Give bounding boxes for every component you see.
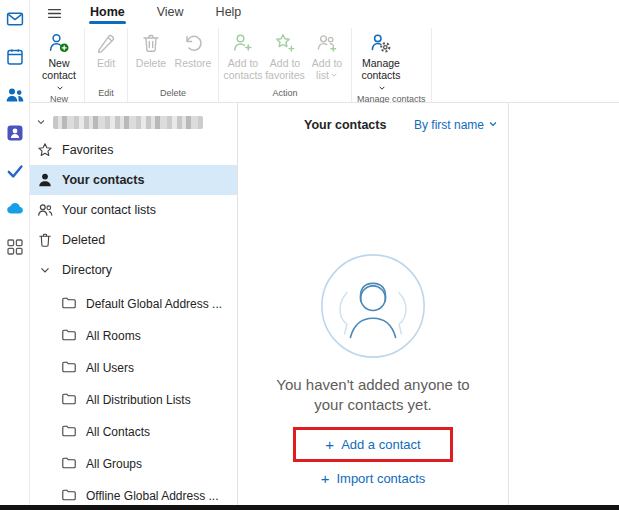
list-header: Your contacts By first name bbox=[238, 103, 508, 139]
hamburger-menu-button[interactable] bbox=[40, 2, 68, 24]
folder-item-all-contacts[interactable]: All Contacts bbox=[30, 416, 237, 448]
add-to-list-icon bbox=[316, 32, 338, 54]
folder-label: All Groups bbox=[86, 457, 142, 471]
new-contact-button[interactable]: New contact bbox=[37, 28, 81, 94]
restore-icon bbox=[182, 32, 204, 54]
menu-bar: Home View Help bbox=[30, 0, 619, 26]
empty-message-line2: your contacts yet. bbox=[276, 395, 469, 415]
cloud-icon bbox=[5, 199, 25, 219]
reading-pane bbox=[509, 103, 619, 510]
chevron-down-icon bbox=[488, 118, 498, 132]
folder-label: All Contacts bbox=[86, 425, 150, 439]
sidebar-item-label: Favorites bbox=[62, 143, 113, 157]
restore-button[interactable]: Restore bbox=[171, 28, 215, 69]
pencil-icon bbox=[95, 32, 117, 54]
outlook-people-window: Home View Help New contact New bbox=[0, 0, 619, 510]
folder-icon bbox=[61, 359, 77, 378]
star-icon bbox=[37, 142, 53, 158]
people-glyph-icon bbox=[5, 85, 25, 105]
sidebar-item-your-contact-lists[interactable]: Your contact lists bbox=[30, 195, 237, 225]
add-to-contacts-label: Add to contacts bbox=[223, 57, 262, 81]
sort-label: By first name bbox=[414, 118, 484, 132]
app-rail bbox=[0, 0, 30, 510]
folder-label: All Rooms bbox=[86, 329, 141, 343]
folder-item-all-rooms[interactable]: All Rooms bbox=[30, 320, 237, 352]
onedrive-icon[interactable] bbox=[4, 198, 26, 220]
sidebar-item-label: Directory bbox=[62, 263, 112, 277]
plus-icon: + bbox=[325, 437, 334, 452]
add-to-contacts-button[interactable]: Add to contacts bbox=[222, 28, 264, 82]
sidebar-item-directory[interactable]: Directory bbox=[30, 255, 237, 285]
folder-item-all-groups[interactable]: All Groups bbox=[30, 448, 237, 480]
people-icon[interactable] bbox=[4, 84, 26, 106]
sidebar-item-favorites[interactable]: Favorites bbox=[30, 135, 237, 165]
folder-label: All Distribution Lists bbox=[86, 393, 191, 407]
hamburger-icon bbox=[46, 5, 63, 22]
folder-label: Offline Global Address ... bbox=[86, 489, 219, 503]
tab-help-label: Help bbox=[216, 5, 242, 19]
account-expander[interactable] bbox=[30, 109, 237, 135]
sort-dropdown[interactable]: By first name bbox=[414, 116, 498, 134]
delete-label: Delete bbox=[136, 57, 166, 69]
more-apps-icon[interactable] bbox=[4, 236, 26, 258]
groups-icon[interactable] bbox=[4, 122, 26, 144]
folder-item-all-users[interactable]: All Users bbox=[30, 352, 237, 384]
folder-label: All Users bbox=[86, 361, 134, 375]
folder-item-default-gal[interactable]: Default Global Address ... bbox=[30, 288, 237, 320]
folder-icon bbox=[61, 327, 77, 346]
main-column: Home View Help New contact New bbox=[30, 0, 619, 510]
manage-contacts-button[interactable]: Manage contacts bbox=[355, 28, 407, 94]
add-to-favorites-icon bbox=[274, 32, 296, 54]
folder-item-all-distribution-lists[interactable]: All Distribution Lists bbox=[30, 384, 237, 416]
calendar-icon[interactable] bbox=[4, 46, 26, 68]
sidebar-item-label: Your contacts bbox=[62, 173, 144, 187]
checkmark-icon bbox=[5, 161, 25, 181]
outlook-mail-icon[interactable] bbox=[4, 8, 26, 30]
person-icon bbox=[37, 172, 53, 188]
sidebar-item-your-contacts[interactable]: Your contacts bbox=[30, 165, 237, 195]
ribbon-group-delete: Delete Restore Delete bbox=[128, 28, 219, 102]
tab-home-label: Home bbox=[90, 5, 125, 19]
todo-icon[interactable] bbox=[4, 160, 26, 182]
ribbon-group-edit: Edit Edit bbox=[85, 28, 128, 102]
chevron-down-icon bbox=[36, 115, 46, 130]
ribbon-group-label-delete: Delete bbox=[131, 88, 215, 102]
tab-help[interactable]: Help bbox=[200, 2, 258, 24]
sidebar-item-deleted[interactable]: Deleted bbox=[30, 225, 237, 255]
import-contacts-link[interactable]: + Import contacts bbox=[321, 471, 426, 486]
add-a-contact-link[interactable]: + Add a contact bbox=[325, 437, 420, 452]
empty-contacts-illustration bbox=[314, 247, 432, 365]
folder-icon bbox=[61, 455, 77, 474]
edit-button[interactable]: Edit bbox=[88, 28, 124, 69]
redacted-account-name bbox=[53, 116, 203, 129]
tab-home[interactable]: Home bbox=[74, 2, 141, 24]
groups-glyph-icon bbox=[5, 123, 25, 143]
directory-folder-list: Default Global Address ... All Rooms All… bbox=[30, 285, 237, 510]
manage-contacts-icon bbox=[370, 32, 392, 54]
import-contacts-row: + Import contacts bbox=[321, 471, 426, 486]
folder-icon bbox=[61, 423, 77, 442]
folder-icon bbox=[61, 487, 77, 506]
tab-view[interactable]: View bbox=[141, 2, 200, 24]
folder-label: Default Global Address ... bbox=[86, 297, 222, 311]
contacts-list-pane: Your contacts By first name bbox=[237, 103, 509, 510]
add-to-contacts-icon bbox=[232, 32, 254, 54]
folder-icon bbox=[61, 391, 77, 410]
calendar-glyph-icon bbox=[5, 47, 25, 67]
ribbon-group-action: Add to contacts Add to favorites Add to … bbox=[219, 28, 352, 102]
add-to-favorites-label: Add to favorites bbox=[265, 57, 305, 81]
delete-button[interactable]: Delete bbox=[131, 28, 171, 69]
chevron-down-icon bbox=[378, 82, 386, 94]
add-to-favorites-button[interactable]: Add to favorites bbox=[264, 28, 306, 82]
chevron-down-icon bbox=[37, 262, 53, 278]
contacts-sidebar: Favorites Your contacts Your contact lis… bbox=[30, 103, 237, 510]
ribbon-group-new: New contact New bbox=[34, 28, 85, 102]
mail-icon bbox=[5, 9, 25, 29]
content-row: Favorites Your contacts Your contact lis… bbox=[30, 103, 619, 510]
people-icon bbox=[37, 202, 53, 218]
add-to-list-button[interactable]: Add to list bbox=[306, 28, 348, 82]
edit-label: Edit bbox=[97, 57, 115, 69]
tab-view-label: View bbox=[157, 5, 184, 19]
ribbon-group-label-edit: Edit bbox=[88, 88, 124, 102]
ribbon-group-label-action: Action bbox=[222, 88, 348, 102]
